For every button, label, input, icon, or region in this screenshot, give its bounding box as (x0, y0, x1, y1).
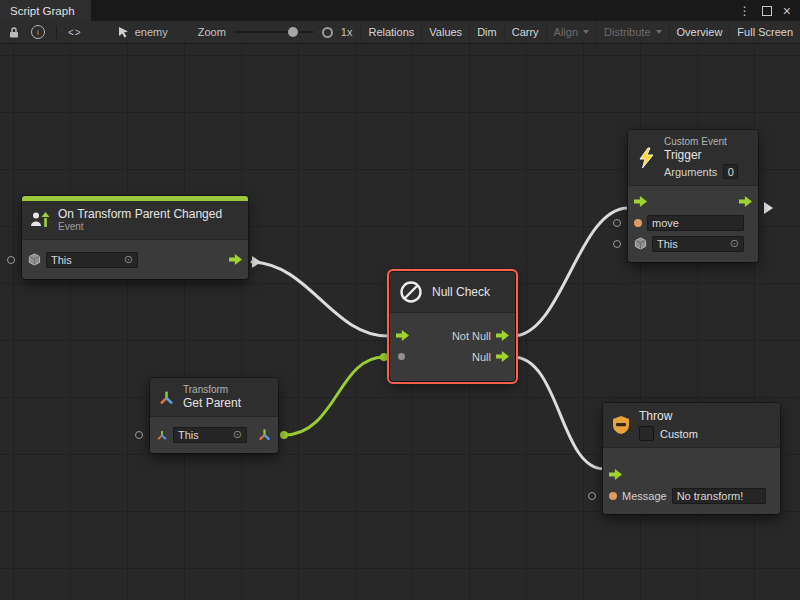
zoom-control: Zoom 1x (198, 26, 353, 38)
target-dropdown[interactable]: This ⊙ (173, 427, 247, 443)
dropdown-caret-icon (656, 30, 662, 34)
toolbar-left-group: i <> (0, 25, 82, 39)
port-row: This ⊙ (628, 233, 758, 254)
node-on-transform-parent-changed[interactable]: On Transform Parent Changed Event This ⊙ (22, 196, 248, 279)
toolbar-button-distribute[interactable]: Distribute (596, 21, 668, 43)
unconnected-port-icon[interactable] (135, 431, 143, 439)
target-dropdown[interactable]: This ⊙ (652, 236, 744, 252)
control-output-port[interactable] (496, 351, 509, 362)
node-subtitle: Event (58, 221, 222, 233)
unity-script-graph-window: Script Graph ⋮ × i <> enemy Zoom 1x (0, 0, 800, 600)
toolbar-button-values[interactable]: Values (421, 21, 469, 43)
event-name-field[interactable]: move (647, 215, 744, 231)
control-output-port[interactable] (739, 196, 752, 207)
custom-checkbox[interactable] (639, 426, 654, 441)
graph-name: enemy (135, 26, 168, 38)
node-title: Null Check (432, 285, 490, 299)
node-title: Throw (639, 409, 698, 423)
lightning-bolt-icon (636, 147, 656, 169)
unconnected-port-icon[interactable] (613, 219, 621, 227)
control-output-port[interactable] (229, 254, 242, 265)
target-value: This (657, 238, 678, 250)
value-input-port[interactable] (398, 353, 405, 360)
button-label: Relations (368, 26, 414, 38)
node-header: Transform Get Parent (150, 378, 278, 417)
menu-icon[interactable]: ⋮ (739, 5, 751, 17)
object-picker-icon[interactable]: ⊙ (233, 429, 242, 440)
value-input-port[interactable] (609, 492, 617, 500)
node-get-parent[interactable]: Transform Get Parent This ⊙ (150, 378, 278, 453)
object-picker-icon[interactable]: ⊙ (124, 254, 133, 265)
unconnected-port-icon[interactable] (7, 256, 15, 264)
node-header: On Transform Parent Changed Event (22, 201, 248, 240)
graph-toolbar: i <> enemy Zoom 1x Relations Values Dim … (0, 21, 800, 44)
close-icon[interactable]: × (783, 4, 791, 18)
dropdown-caret-icon (583, 30, 589, 34)
arguments-label: Arguments (664, 165, 717, 179)
wire-getparent-to-nullcheck[interactable] (284, 357, 384, 435)
wire-event-to-nullcheck[interactable] (252, 262, 388, 336)
message-label: Message (622, 490, 667, 502)
node-custom-event-trigger[interactable]: Custom Event Trigger Arguments 0 (628, 130, 758, 262)
node-null-check[interactable]: Null Check Not Null Null (390, 272, 515, 381)
null-check-icon (398, 279, 424, 305)
lock-icon[interactable] (8, 26, 20, 39)
port-row (628, 191, 758, 212)
node-title: Get Parent (183, 396, 241, 410)
toolbar-button-fullscreen[interactable]: Full Screen (729, 21, 800, 43)
zoom-slider[interactable] (234, 31, 314, 33)
toolbar-button-dim[interactable]: Dim (469, 21, 504, 43)
zoom-label: Zoom (198, 26, 226, 38)
event-name-value: move (652, 217, 679, 229)
graph-canvas[interactable]: On Transform Parent Changed Event This ⊙ (0, 44, 800, 600)
target-value: This (178, 429, 199, 441)
checkbox-label: Custom (660, 428, 698, 440)
message-field[interactable]: No transform! (672, 488, 766, 504)
toolbar-button-overview[interactable]: Overview (669, 21, 730, 43)
transform-icon (156, 429, 168, 441)
unconnected-port-icon[interactable] (613, 240, 621, 248)
node-throw[interactable]: Throw Custom Message No tr (603, 403, 780, 514)
value-input-port[interactable] (634, 219, 642, 227)
graph-breadcrumb[interactable]: enemy (118, 26, 168, 38)
tab-script-graph[interactable]: Script Graph (0, 0, 91, 21)
target-value: This (51, 254, 72, 266)
zoom-slider-handle[interactable] (288, 27, 298, 37)
wire-null-to-throw[interactable] (513, 357, 604, 469)
throw-shield-icon (611, 415, 631, 435)
button-label: Full Screen (737, 26, 793, 38)
port-row (603, 464, 780, 485)
button-label: Distribute (604, 26, 650, 38)
control-output-marker[interactable] (252, 256, 261, 268)
event-person-icon (30, 211, 50, 229)
toolbar-button-align[interactable]: Align (546, 21, 596, 43)
port-label: Not Null (452, 330, 491, 342)
zoom-value: 1x (341, 26, 353, 38)
unconnected-port-icon[interactable] (588, 492, 596, 500)
toolbar-button-relations[interactable]: Relations (360, 21, 421, 43)
control-output-marker[interactable] (764, 202, 773, 214)
control-input-port[interactable] (396, 330, 409, 341)
port-row: Message No transform! (603, 485, 780, 506)
control-input-port[interactable] (609, 469, 622, 480)
target-dropdown[interactable]: This ⊙ (46, 252, 138, 268)
object-picker-icon[interactable]: ⊙ (730, 238, 739, 249)
info-icon[interactable]: i (31, 25, 45, 39)
toolbar-button-carry[interactable]: Carry (504, 21, 546, 43)
gameobject-cube-icon (28, 253, 41, 266)
wire-notnull-to-customevent[interactable] (513, 208, 628, 336)
maximize-icon[interactable] (762, 6, 772, 16)
button-label: Overview (677, 26, 723, 38)
gameobject-cube-icon (634, 237, 647, 250)
arguments-field[interactable]: 0 (723, 164, 738, 179)
code-view-icon[interactable]: <> (68, 27, 82, 38)
button-label: Values (429, 26, 462, 38)
node-category: Custom Event (664, 136, 738, 148)
control-input-port[interactable] (634, 196, 647, 207)
control-output-port[interactable] (496, 330, 509, 341)
value-output-port[interactable] (257, 427, 272, 442)
node-title: On Transform Parent Changed (58, 207, 222, 221)
zoom-indicator-icon[interactable] (322, 27, 333, 38)
toolbar-separator (56, 26, 57, 39)
node-header: Throw Custom (603, 403, 780, 448)
